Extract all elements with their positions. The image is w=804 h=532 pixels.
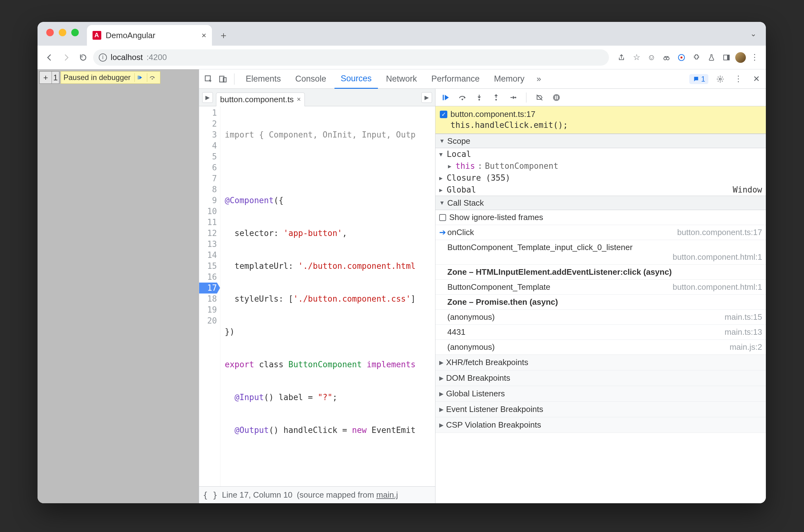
paused-breakpoint-detail: ✓ button.component.ts:17 this.handleClic… — [436, 106, 766, 134]
devtools-body: ▶ button.component.ts × ▶ 12345678910111… — [199, 89, 766, 503]
issues-badge[interactable]: 1 — [689, 74, 708, 84]
main-area: + 1 Paused in debugger Elements Conso — [38, 70, 766, 503]
minimize-window-button[interactable] — [59, 29, 66, 36]
pause-on-exceptions-button[interactable] — [551, 92, 562, 103]
file-tab[interactable]: button.component.ts × — [216, 93, 305, 106]
callstack-frame[interactable]: ButtonComponent_Template_input_click_0_l… — [436, 240, 766, 265]
extensions-puzzle-icon[interactable] — [690, 51, 703, 64]
breakpoint-checkbox[interactable]: ✓ — [440, 111, 447, 118]
deactivate-breakpoints-button[interactable] — [534, 92, 545, 103]
tabs-overflow-icon[interactable]: ⌄ — [750, 30, 757, 38]
back-button[interactable] — [42, 51, 56, 64]
devtools-menu-icon[interactable]: ⋮ — [732, 73, 745, 86]
scope-closure[interactable]: ▶Closure (355) — [436, 172, 766, 184]
address-bar[interactable]: i localhost:4200 — [93, 50, 609, 65]
callstack-frame[interactable]: 4431main.ts:13 — [436, 325, 766, 340]
callstack-async-boundary: Zone – HTMLInputElement.addEventListener… — [436, 265, 766, 280]
extension-icon-2[interactable] — [675, 51, 688, 64]
close-tab-icon[interactable]: × — [202, 31, 206, 40]
angular-favicon-icon — [93, 31, 101, 40]
scope-this[interactable]: ▶this: ButtonComponent — [436, 160, 766, 172]
reload-button[interactable] — [76, 51, 90, 64]
chrome-menu-icon[interactable]: ⋮ — [748, 51, 761, 64]
code-editor[interactable]: 12345678910111213141516 17 181920 import… — [199, 106, 435, 486]
step-out-button[interactable] — [491, 92, 502, 103]
profile-avatar[interactable] — [735, 52, 746, 63]
close-window-button[interactable] — [46, 29, 54, 36]
settings-gear-icon[interactable] — [714, 73, 726, 86]
side-panel-icon[interactable] — [720, 51, 733, 64]
debugger-controls — [436, 89, 766, 106]
pretty-print-icon[interactable]: { } — [203, 490, 217, 500]
editor-status-bar: { } Line 17, Column 10 (source mapped fr… — [199, 486, 435, 503]
tab-performance[interactable]: Performance — [425, 70, 486, 89]
line-gutter[interactable]: 12345678910111213141516 17 181920 — [199, 106, 221, 486]
breakpoint-location[interactable]: button.component.ts:17 — [451, 109, 535, 119]
resume-mini-button[interactable] — [134, 73, 145, 82]
paused-in-debugger-banner: Paused in debugger — [61, 71, 160, 84]
close-file-icon[interactable]: × — [297, 95, 301, 103]
step-over-button[interactable] — [457, 92, 468, 103]
tab-sources[interactable]: Sources — [334, 70, 378, 89]
toolbar-right: ☆ ☺ ⋮ — [615, 51, 761, 64]
scope-global[interactable]: ▶GlobalWindow — [436, 184, 766, 196]
step-button[interactable] — [508, 92, 519, 103]
step-into-button[interactable] — [474, 92, 485, 103]
source-mapped-label: (source mapped from main.j — [296, 490, 398, 500]
browser-window: DemoAngular × ＋ ⌄ i localhost:4200 — [38, 22, 766, 503]
callstack-frame[interactable]: (anonymous)main.ts:15 — [436, 310, 766, 325]
debugger-toggle-icon[interactable]: ▶ — [421, 92, 432, 103]
xhr-fetch-breakpoints-panel[interactable]: ▶XHR/fetch Breakpoints — [436, 355, 766, 370]
debugger-sidebar: ✓ button.component.ts:17 this.handleClic… — [436, 89, 766, 503]
scope-header[interactable]: ▼Scope — [436, 134, 766, 148]
svg-rect-19 — [557, 96, 558, 99]
show-ignore-listed-checkbox[interactable]: Show ignore-listed frames — [436, 210, 766, 225]
site-info-icon[interactable]: i — [99, 54, 107, 61]
titlebar: DemoAngular × ＋ ⌄ — [38, 22, 766, 46]
forward-button[interactable] — [59, 51, 73, 64]
tab-elements[interactable]: Elements — [240, 70, 287, 89]
csp-violation-breakpoints-panel[interactable]: ▶CSP Violation Breakpoints — [436, 417, 766, 433]
svg-point-14 — [479, 99, 480, 100]
navigator-toggle-icon[interactable]: ▶ — [202, 92, 213, 103]
callstack-frame[interactable]: (anonymous)main.js:2 — [436, 340, 766, 355]
bookmark-icon[interactable]: ☆ — [630, 51, 643, 64]
svg-point-7 — [152, 78, 153, 80]
tab-title: DemoAngular — [106, 31, 155, 40]
inspect-element-icon[interactable] — [202, 73, 215, 86]
scope-local[interactable]: ▼Local — [436, 148, 766, 160]
source-map-link[interactable]: main.j — [376, 490, 398, 499]
tab-network[interactable]: Network — [380, 70, 423, 89]
callstack-header[interactable]: ▼Call Stack — [436, 196, 766, 210]
rendered-page: + 1 Paused in debugger — [38, 70, 199, 503]
extension-icon-1[interactable]: ☺ — [645, 51, 658, 64]
count-box: 1 — [52, 71, 59, 84]
add-button[interactable]: + — [39, 71, 52, 84]
url-host: localhost — [111, 53, 143, 62]
labs-flask-icon[interactable] — [705, 51, 718, 64]
breakpoint-marker[interactable]: 17 — [199, 283, 217, 293]
global-listeners-panel[interactable]: ▶Global Listeners — [436, 386, 766, 402]
more-tabs-icon[interactable]: » — [533, 73, 545, 86]
resume-button[interactable] — [440, 92, 451, 103]
tab-console[interactable]: Console — [289, 70, 332, 89]
svg-rect-5 — [727, 55, 729, 60]
devtools-close-icon[interactable]: ✕ — [750, 73, 763, 86]
url-toolbar: i localhost:4200 ☆ ☺ ⋮ — [38, 46, 766, 70]
step-over-mini-button[interactable] — [147, 73, 157, 82]
fullscreen-window-button[interactable] — [71, 29, 79, 36]
browser-tab[interactable]: DemoAngular × — [87, 25, 212, 46]
incognito-icon[interactable] — [660, 51, 673, 64]
callstack-async-boundary: Zone – Promise.then (async) — [436, 295, 766, 310]
paused-label: Paused in debugger — [63, 73, 133, 82]
new-tab-button[interactable]: ＋ — [218, 30, 229, 41]
event-listener-breakpoints-panel[interactable]: ▶Event Listener Breakpoints — [436, 402, 766, 417]
callstack-frame[interactable]: ➔onClickbutton.component.ts:17 — [436, 225, 766, 240]
tab-memory[interactable]: Memory — [487, 70, 531, 89]
share-icon[interactable] — [615, 51, 628, 64]
dom-breakpoints-panel[interactable]: ▶DOM Breakpoints — [436, 370, 766, 386]
callstack-frame[interactable]: ButtonComponent_Templatebutton.component… — [436, 280, 766, 295]
device-toolbar-icon[interactable] — [217, 73, 229, 86]
sources-pane: ▶ button.component.ts × ▶ 12345678910111… — [199, 89, 436, 503]
svg-point-0 — [664, 57, 667, 60]
